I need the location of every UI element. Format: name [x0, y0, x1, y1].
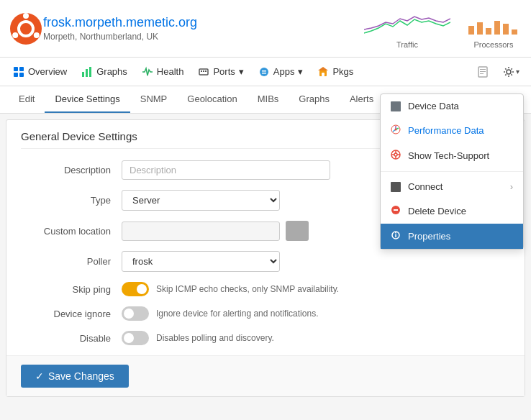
device-ignore-text: Ignore device for alerting and notificat…: [156, 309, 318, 319]
disable-text: Disables polling and discovery.: [156, 333, 274, 343]
apps-arrow: ▾: [298, 66, 303, 77]
description-input[interactable]: [122, 160, 330, 180]
pkgs-icon: [317, 66, 329, 78]
svg-rect-19: [201, 70, 202, 72]
processors-sparkline: [465, 8, 522, 37]
traffic-graph-label: Traffic: [364, 40, 450, 49]
tab-edit[interactable]: Edit: [9, 86, 45, 113]
menu-tech-support[interactable]: Show Tech-Support: [381, 143, 523, 168]
device-ignore-control: Ignore device for alerting and notificat…: [122, 306, 510, 321]
svg-rect-10: [512, 29, 517, 35]
gear-icon: [503, 66, 514, 78]
device-ignore-toggle[interactable]: [122, 306, 149, 321]
disable-toggle[interactable]: [122, 331, 149, 345]
skip-ping-text: Skip ICMP echo checks, only SNMP availab…: [156, 284, 339, 294]
tab-geolocation[interactable]: Geolocation: [177, 86, 247, 113]
notes-button[interactable]: [471, 62, 494, 82]
description-label: Description: [21, 165, 122, 175]
header-graphs: Traffic Processors: [364, 8, 522, 49]
settings-dropdown-arrow: ▾: [516, 68, 519, 76]
svg-rect-14: [19, 73, 24, 77]
location-picker-button[interactable]: [286, 221, 309, 241]
type-label: Type: [21, 195, 122, 206]
svg-rect-23: [262, 70, 266, 72]
device-ignore-row: Device ignore Ignore device for alerting…: [21, 306, 510, 321]
svg-rect-12: [19, 67, 24, 71]
menu-performance-data[interactable]: Performance Data: [381, 118, 523, 143]
svg-rect-6: [477, 22, 483, 35]
tab-mibs[interactable]: MIBs: [248, 86, 289, 113]
svg-point-43: [395, 232, 396, 234]
disable-control: Disables polling and discovery.: [122, 331, 510, 345]
disable-row: Disable Disables polling and discovery.: [21, 331, 510, 345]
device-data-icon: [391, 101, 401, 111]
overview-icon: [13, 66, 24, 78]
traffic-graph-widget[interactable]: Traffic: [364, 8, 450, 49]
svg-rect-24: [262, 73, 266, 74]
nav-graphs[interactable]: Graphs: [74, 60, 135, 83]
skip-ping-row: Skip ping Skip ICMP echo checks, only SN…: [21, 282, 510, 296]
graphs-icon: [81, 66, 93, 78]
nav-overview[interactable]: Overview: [6, 60, 74, 83]
skip-ping-label: Skip ping: [21, 284, 122, 295]
nav-apps[interactable]: Apps ▾: [251, 60, 311, 83]
poller-control: frosk: [122, 251, 510, 272]
apps-icon: [258, 66, 270, 78]
ports-arrow: ▾: [239, 66, 244, 77]
save-changes-button[interactable]: ✓ Save Changes: [21, 365, 129, 388]
type-select[interactable]: Server Network Desktop Other: [122, 190, 280, 211]
nav-bar: Overview Graphs Health Ports ▾ Apps ▾ Pk…: [0, 58, 531, 86]
tab-snmp[interactable]: SNMP: [130, 86, 178, 113]
svg-point-3: [34, 32, 40, 38]
svg-point-4: [12, 32, 18, 38]
processors-graph-widget[interactable]: Processors: [465, 8, 522, 49]
menu-device-data[interactable]: Device Data: [381, 94, 523, 118]
dropdown-menu: Device Data Performance Data Show: [380, 93, 524, 250]
connect-arrow-icon: ›: [510, 181, 513, 192]
tab-alerts[interactable]: Alerts: [340, 86, 384, 113]
skip-ping-control: Skip ICMP echo checks, only SNMP availab…: [122, 282, 510, 296]
device-info: frosk.morpeth.memetic.org Morpeth, North…: [43, 15, 364, 42]
device-ignore-slider: [122, 306, 149, 321]
ports-icon: [198, 66, 209, 78]
properties-icon: [391, 230, 401, 242]
save-changes-label: Save Changes: [48, 370, 114, 382]
svg-rect-29: [480, 71, 486, 72]
traffic-sparkline: [364, 8, 450, 37]
form-footer: ✓ Save Changes: [6, 355, 525, 396]
svg-rect-7: [486, 28, 491, 35]
performance-data-icon: [391, 124, 401, 137]
poller-select[interactable]: frosk: [122, 251, 280, 272]
settings-button[interactable]: ▾: [497, 62, 525, 82]
menu-delete-device[interactable]: Delete Device: [381, 198, 523, 224]
svg-rect-21: [205, 70, 206, 72]
svg-rect-30: [480, 73, 484, 74]
menu-connect[interactable]: Connect ›: [381, 175, 523, 198]
connect-icon: [391, 182, 401, 192]
svg-rect-13: [14, 73, 18, 77]
tab-device-settings[interactable]: Device Settings: [45, 86, 130, 113]
device-location: Morpeth, Northumberland, UK: [43, 32, 364, 42]
poller-label: Poller: [21, 256, 122, 267]
svg-point-22: [260, 68, 268, 76]
svg-rect-20: [203, 70, 204, 72]
nav-health[interactable]: Health: [135, 60, 191, 83]
svg-rect-9: [503, 24, 509, 35]
menu-properties[interactable]: Properties: [381, 224, 523, 249]
header: frosk.morpeth.memetic.org Morpeth, North…: [0, 0, 531, 58]
custom-location-input[interactable]: [122, 222, 280, 241]
processors-graph-label: Processors: [465, 40, 522, 49]
svg-rect-5: [468, 26, 474, 35]
poller-row: Poller frosk: [21, 251, 510, 272]
device-hostname[interactable]: frosk.morpeth.memetic.org: [43, 15, 364, 30]
svg-rect-26: [322, 73, 324, 76]
skip-ping-toggle[interactable]: [122, 282, 149, 296]
svg-point-35: [394, 153, 397, 156]
tab-graphs[interactable]: Graphs: [289, 86, 340, 113]
nav-pkgs[interactable]: Pkgs: [310, 60, 360, 83]
delete-icon: [391, 205, 401, 217]
nav-ports[interactable]: Ports ▾: [191, 60, 250, 83]
svg-point-33: [395, 129, 397, 131]
svg-rect-15: [82, 72, 84, 77]
device-ignore-label: Device ignore: [21, 309, 122, 319]
